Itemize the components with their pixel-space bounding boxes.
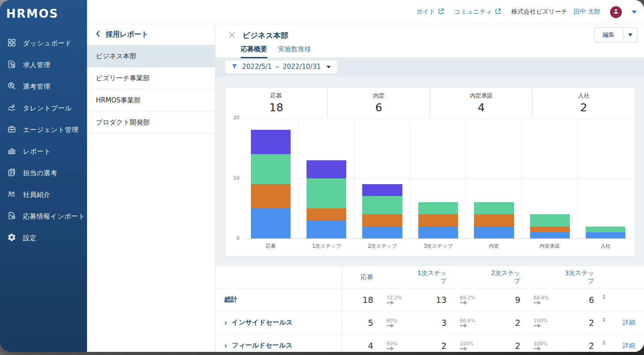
sidebar-item-report[interactable]: レポート [0,141,87,162]
stat-offers: 内定 6 [328,88,430,117]
chart-column [354,119,410,238]
conversion-cell: 100% [520,341,561,351]
conversion-rate: 100% [534,318,547,324]
stacked-bar[interactable] [474,202,514,238]
chevron-down-icon [326,66,331,68]
main-scroll-area[interactable]: 応募 18 内定 6 内定承諾 4 [216,76,644,352]
community-link[interactable]: コミュニティ [454,8,501,16]
x-axis-label: 入社 [578,243,633,249]
col-header-step3: 3次ステップ [561,269,594,285]
edit-split-button: 編集 [594,27,637,42]
edit-button[interactable]: 編集 [595,28,623,42]
report-panel-back[interactable]: 採用レポート [87,24,215,45]
tab-execution-trend[interactable]: 実施数推移 [278,45,311,58]
stat-value: 6 [375,101,383,114]
user-name-link[interactable]: 田中 太郎 [574,8,600,16]
expand-row-control[interactable]: ›フィールドセールス [216,334,342,352]
close-icon[interactable] [228,31,236,41]
settings-icon [7,233,16,244]
chart-column [410,119,466,238]
chart-column [522,119,577,238]
bar-segment-series-4-purple [307,160,346,178]
x-axis-label: 2次ステップ [355,243,410,249]
date-range-filter[interactable]: 2022/5/1 ～ 2022/10/31 [225,60,337,74]
stacked-bar[interactable] [418,202,458,238]
chart-column [243,119,298,238]
sidebar-item-my-screening[interactable]: 担当の選考 [0,162,87,184]
sidebar-item-talent-pool[interactable]: タレントプール [0,98,87,119]
stacked-bar[interactable] [307,160,346,238]
bar-segment-series-1-blue [530,232,570,238]
referral-icon [7,189,16,200]
agent-icon [7,125,16,136]
page-title: ビジネス本部 [242,30,288,41]
stacked-bar[interactable] [586,227,625,238]
conversion-arrow-icon [534,347,541,351]
col-header-step1: 1次ステップ [414,269,447,285]
panel-item-business[interactable]: ビジネス本部 [87,45,215,68]
chart-column [298,119,354,238]
chart-column [578,119,633,238]
col-header-step2: 2次ステップ [488,269,520,285]
conversion-rate: 100% [534,341,547,347]
stacked-bar[interactable] [251,130,291,238]
clipped-percent-fragment: 1 [594,288,614,300]
app-window: HRMOS ダッシュボード 求人管理 選考管理 タレントプール エージェント管理 [0,0,644,352]
x-axis-label: 内定 [466,243,522,249]
funnel-stats: 応募 18 内定 6 内定承諾 4 [225,88,635,117]
tab-application-summary[interactable]: 応募概要 [241,45,267,58]
panel-item-bizreach[interactable]: ビズリーチ事業部 [87,68,215,90]
conversion-cell: 100% [447,341,488,351]
conversion-arrow-icon [534,324,541,328]
col-header-applications: 応募 [342,273,373,281]
y-axis-tick: 0 [227,235,239,241]
edit-menu-button[interactable] [623,28,637,42]
community-link-label: コミュニティ [454,8,492,16]
sidebar-item-agent[interactable]: エージェント管理 [0,119,87,141]
guide-link[interactable]: ガイド [416,8,444,16]
bar-segment-series-2-orange [474,214,514,226]
stat-label: 入社 [578,92,590,100]
stat-applications: 応募 18 [225,88,328,117]
conversion-rate: 50% [386,341,397,347]
clipped-percent-fragment: 1 [594,311,614,323]
avatar[interactable] [610,6,622,18]
bar-segment-series-2-orange [530,227,570,233]
sidebar-item-job-management[interactable]: 求人管理 [0,54,87,76]
conversion-arrow-icon [460,347,467,351]
conversion-rate: 100% [460,341,474,347]
y-axis-tick: 20 [227,115,239,121]
conversion-arrow-icon [386,347,394,351]
conversion-rate: 72.2% [386,295,402,301]
table-row-field-sales: ›フィールドセールス 4 50% 2 100% 2 100% 2 1 詳細 [216,334,644,352]
cell-value: 2 [561,341,594,351]
stat-label: 内定承諾 [470,92,493,100]
stat-value: 2 [580,101,587,114]
table-row-inside-sales: ›インサイドセールス 5 60% 3 66.6% 2 100% 2 1 詳細 [216,311,644,334]
panel-item-hrmos[interactable]: HRMOS事業部 [87,90,215,112]
cell-value: 5 [342,318,373,328]
expand-row-control[interactable]: ›インサイドセールス [216,311,342,334]
stacked-bar[interactable] [362,184,402,238]
sidebar-item-dashboard[interactable]: ダッシュボード [0,33,87,54]
dashboard-icon [7,38,16,49]
panel-item-product[interactable]: プロダクト開発部 [87,112,215,134]
clipped-percent-fragment: 1 [594,334,614,346]
sidebar-item-import[interactable]: 応募情報インポート [0,206,87,227]
sidebar-item-referral[interactable]: 社員紹介 [0,184,87,206]
conversion-arrow-icon [386,301,394,305]
detail-link[interactable]: 詳細 [614,319,644,327]
sidebar-item-settings[interactable]: 設定 [0,227,87,249]
sidebar-item-screening[interactable]: 選考管理 [0,76,87,98]
row-label: 総計 [224,295,238,304]
conversion-cell: 50% [373,341,414,351]
primary-sidebar: HRMOS ダッシュボード 求人管理 選考管理 タレントプール エージェント管理 [0,0,87,352]
bar-segment-series-3-green [530,214,570,226]
sidebar-item-label: 社員紹介 [23,191,50,199]
funnel-table: 応募 1次ステップ 2次ステップ 3次ステップ 総計 18 [216,266,644,352]
cell-value: 4 [342,341,373,351]
detail-link[interactable]: 詳細 [614,342,644,350]
stacked-bar[interactable] [530,214,570,238]
filter-bar: 2022/5/1 ～ 2022/10/31 [216,57,644,76]
user-menu-caret-icon[interactable] [632,11,637,14]
